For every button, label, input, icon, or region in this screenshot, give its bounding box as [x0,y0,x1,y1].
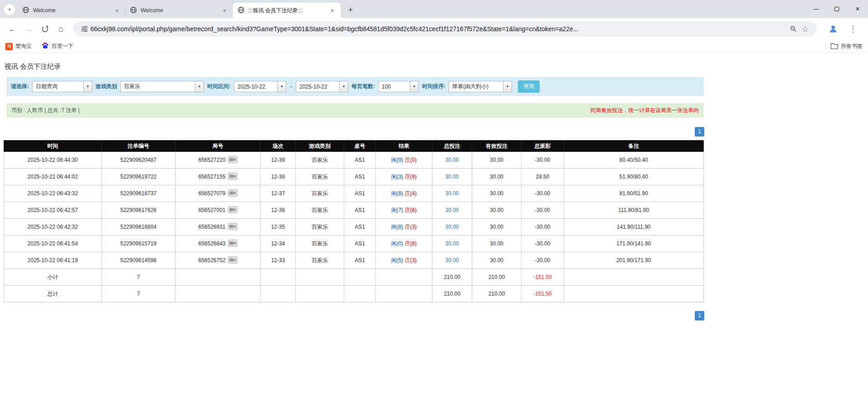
cell-remark: 171.90/141.90 [564,235,704,252]
cell-round-no: 656527001 [175,202,261,219]
bookmark-star-icon[interactable]: ☆ [799,23,811,35]
site-settings-icon[interactable] [79,23,90,35]
total-bet-link[interactable]: 30.00 [445,240,459,247]
profile-avatar[interactable] [825,21,841,37]
total-bet-link[interactable]: 30.00 [445,207,459,213]
total-bet-link[interactable]: 30.00 [445,157,459,163]
video-replay-icon[interactable] [228,156,237,165]
tab-welcome-1[interactable]: Welcome × [18,3,125,18]
total-bet-link[interactable]: 30.00 [445,224,459,230]
cell-game-type: 百家乐 [296,252,344,269]
sort-order-label: 时间排序: [422,83,446,90]
chevron-down-icon[interactable]: ▼ [277,81,286,92]
back-icon[interactable]: ← [5,21,20,37]
cell-game-type: 百家乐 [296,235,344,252]
video-replay-icon[interactable] [228,189,237,198]
cell-round-no: 656526752 [175,252,261,269]
chevron-down-icon[interactable]: ▼ [410,81,418,92]
tab-bar: ▾ Welcome × Welcome × :::视讯 会员下注纪录::: × … [0,0,868,18]
zoom-icon[interactable] [787,23,799,35]
cell-total-bet: 30.00 [432,202,472,219]
cell-bet-no: 522909615719 [102,235,175,252]
close-button[interactable]: × [847,0,868,18]
cell-session: 12-33 [261,252,296,269]
chevron-down-icon[interactable]: ▼ [195,81,204,92]
tab-bet-records[interactable]: :::视讯 会员下注纪录::: × [233,3,341,18]
total-valid-bet: 210.00 [472,286,522,302]
cell-payout: -30.00 [522,235,564,252]
cell-table-no: AS1 [344,252,376,269]
address-bar[interactable]: 66cxkj98.com/ipl/portal.php/game/betreco… [73,21,816,37]
summary-info-bar: 币别 : 人民币 | 总共 :7 注单 | 同局有效投注，统一计算在该局第一张注… [7,104,703,118]
folder-icon [830,42,838,51]
tab-close-icon[interactable]: × [328,7,336,14]
result-player: 闲(8) [391,190,403,197]
tab-welcome-2[interactable]: Welcome × [125,3,233,18]
baidu-paw-icon [42,42,49,51]
cell-total-bet: 30.00 [432,169,472,185]
chevron-down-icon[interactable]: ▼ [339,81,348,92]
taobao-icon: 淘 [5,43,13,50]
cell-valid-bet: 30.00 [472,219,522,235]
globe-favicon-icon [130,6,137,15]
notice-text: 同局有效投注，统一计算在该局第一张注单内 [590,107,699,114]
new-tab-button[interactable]: + [344,4,357,16]
video-replay-icon[interactable] [228,206,237,215]
cell-result: 闲(9) 庄(0) [376,152,432,169]
menu-kebab-icon[interactable]: ⋮ [845,21,861,37]
total-bet-link[interactable]: 30.00 [445,257,459,264]
video-replay-icon[interactable] [228,240,237,248]
video-replay-icon[interactable] [228,256,237,265]
all-bookmarks-label: 所有书签 [841,42,863,50]
total-bet-link[interactable]: 30.00 [445,190,459,197]
table-row: 2025-10-22 06:44:02522909619722656527155… [4,169,704,185]
cell-valid-bet: 30.00 [472,152,522,169]
all-bookmarks-button[interactable]: 所有书签 [830,42,863,51]
cell-session: 12-37 [261,185,296,202]
result-player: 闲(8) [391,224,403,230]
url-text[interactable]: 66cxkj98.com/ipl/portal.php/game/betreco… [90,25,787,33]
game-type-select[interactable]: 百家乐 ▼ [120,81,204,92]
result-banker: 庄(8) [405,240,417,247]
tab-close-icon[interactable]: × [113,7,121,14]
per-page-input[interactable]: 100 ▼ [378,81,419,92]
date-from-input[interactable]: 2025-10-22 ▼ [234,81,286,92]
result-banker: 庄(4) [405,190,417,197]
chevron-down-icon[interactable]: ▼ [503,81,512,92]
page-1-button[interactable]: 1 [695,311,704,320]
minimize-button[interactable] [806,0,826,18]
total-count: 7 [102,286,175,302]
cell-game-type: 百家乐 [296,185,344,202]
query-type-select[interactable]: 日期查询 ▼ [32,81,92,92]
maximize-button[interactable] [826,0,847,18]
cell-table-no: AS1 [344,202,376,219]
cell-remark: 201.90/171.90 [564,252,704,269]
sort-order-select[interactable]: 降幂(由大到小) ▼ [449,81,512,92]
cell-remark: 141.90/111.90 [564,219,704,235]
chevron-down-icon[interactable]: ▼ [83,81,92,92]
date-to-input[interactable]: 2025-10-22 ▼ [296,81,348,92]
page-1-button[interactable]: 1 [695,127,704,136]
cell-payout: -30.00 [522,185,564,202]
cell-game-type: 百家乐 [296,169,344,185]
home-icon[interactable]: ⌂ [53,21,69,37]
video-replay-icon[interactable] [228,223,237,231]
bookmark-baidu[interactable]: 百度一下 [42,42,73,51]
column-header: 桌号 [344,141,376,152]
cell-round-no: 656526843 [175,235,261,252]
total-bet-link[interactable]: 30.00 [445,174,459,180]
bookmark-aitaobao[interactable]: 淘 爱淘宝 [5,42,32,50]
cell-bet-no: 522909618737 [102,185,175,202]
refresh-icon[interactable] [37,21,52,37]
result-banker: 庄(3) [405,224,417,230]
cell-round-no: 656527155 [175,169,261,185]
cell-result: 闲(0) 庄(8) [376,235,432,252]
cell-valid-bet: 30.00 [472,252,522,269]
cell-payout: -30.00 [522,202,564,219]
video-replay-icon[interactable] [228,173,237,181]
forward-icon[interactable]: → [21,21,36,37]
tab-close-icon[interactable]: × [221,7,228,14]
subtotal-total-bet: 210.00 [432,269,472,286]
tab-search-button[interactable]: ▾ [4,4,15,15]
search-button[interactable]: 查询 [518,80,540,93]
